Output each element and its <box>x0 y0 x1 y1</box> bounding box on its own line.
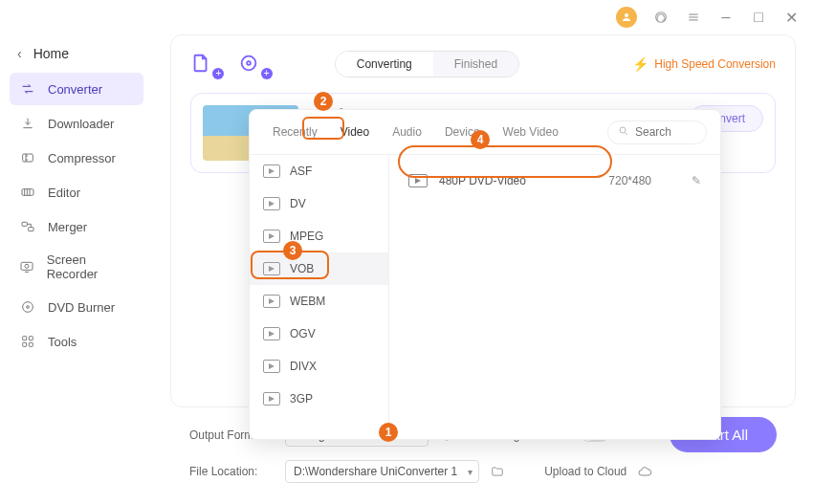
pop-tab-video[interactable]: Video <box>331 120 379 144</box>
pop-tab-webvideo[interactable]: Web Video <box>494 120 568 144</box>
status-tabs: Converting Finished <box>335 51 519 77</box>
cloud-icon[interactable] <box>636 463 653 480</box>
sidebar-item-label: DVD Burner <box>48 300 115 315</box>
screen-recorder-icon <box>19 258 35 275</box>
tab-finished[interactable]: Finished <box>433 52 518 77</box>
panel-toolbar: + ▾ + ▾ Converting Finished ⚡ High Sp <box>190 51 776 77</box>
format-label: ASF <box>290 164 312 178</box>
format-divx[interactable]: DIVX <box>250 350 388 383</box>
merger-icon <box>19 218 36 235</box>
sidebar-item-label: Merger <box>48 220 87 234</box>
user-avatar[interactable] <box>616 7 637 28</box>
pop-tab-recently[interactable]: Recently <box>263 120 327 144</box>
sidebar-item-label: Tools <box>48 335 77 349</box>
format-ogv[interactable]: OGV <box>250 318 388 350</box>
high-speed-toggle[interactable]: ⚡ High Speed Conversion <box>632 56 776 72</box>
format-webm[interactable]: WEBM <box>250 285 388 318</box>
annotation-3: 3 <box>283 241 302 260</box>
sidebar-item-label: Editor <box>48 186 80 200</box>
svg-point-10 <box>25 264 29 268</box>
chevron-left-icon: ‹ <box>17 46 22 61</box>
editor-icon <box>19 184 36 201</box>
add-file-button[interactable]: + ▾ <box>190 53 221 77</box>
file-location-row: File Location: D:\Wondershare UniConvert… <box>189 460 777 483</box>
video-format-icon <box>263 164 280 178</box>
svg-rect-14 <box>29 337 33 340</box>
sidebar-item-label: Downloader <box>48 117 114 131</box>
video-format-icon <box>263 360 280 373</box>
svg-point-18 <box>248 61 252 65</box>
svg-rect-16 <box>29 342 33 346</box>
popover-search[interactable] <box>607 121 707 144</box>
svg-rect-9 <box>21 262 33 270</box>
annotation-4: 4 <box>471 130 490 149</box>
home-label: Home <box>33 46 69 61</box>
format-label: WEBM <box>290 295 325 308</box>
sidebar-item-downloader[interactable]: Downloader <box>10 107 143 140</box>
file-location-select[interactable]: D:\Wondershare UniConverter 1 ▾ <box>285 460 479 483</box>
svg-point-0 <box>625 13 628 17</box>
video-format-icon <box>263 295 280 308</box>
format-label: 3GP <box>290 392 313 405</box>
tab-converting[interactable]: Converting <box>336 52 433 77</box>
svg-rect-7 <box>22 222 27 226</box>
high-speed-label: High Speed Conversion <box>654 57 776 71</box>
edit-preset-icon[interactable]: ✎ <box>692 174 701 187</box>
preset-resolution: 720*480 <box>608 174 651 187</box>
svg-rect-5 <box>23 154 33 162</box>
svg-point-12 <box>27 306 30 309</box>
format-label: DIVX <box>290 360 317 373</box>
bolt-icon: ⚡ <box>632 56 648 72</box>
sidebar-item-screen-recorder[interactable]: Screen Recorder <box>10 245 143 289</box>
sidebar-item-label: Screen Recorder <box>47 252 134 281</box>
sidebar-item-merger[interactable]: Merger <box>10 210 143 243</box>
format-mpeg[interactable]: MPEG <box>250 220 388 252</box>
maximize-button[interactable]: □ <box>750 9 767 26</box>
format-dv[interactable]: DV <box>250 187 388 220</box>
format-vob[interactable]: VOB <box>250 252 388 285</box>
video-format-icon <box>263 392 280 405</box>
video-format-icon <box>263 230 280 243</box>
video-format-icon <box>263 262 280 275</box>
format-asf[interactable]: ASF <box>250 155 388 187</box>
svg-rect-13 <box>23 337 27 340</box>
video-format-icon <box>408 174 428 187</box>
sidebar-item-converter[interactable]: Converter <box>10 73 143 105</box>
support-icon[interactable] <box>652 9 670 26</box>
minimize-button[interactable]: – <box>717 9 735 26</box>
add-disc-button[interactable]: + ▾ <box>238 53 269 77</box>
preset-area: 480P DVD-Video 720*480 ✎ <box>389 155 720 439</box>
format-label: VOB <box>290 262 314 275</box>
sidebar-item-editor[interactable]: Editor <box>10 176 143 208</box>
converter-icon <box>19 80 36 98</box>
video-format-icon <box>263 327 280 340</box>
svg-rect-8 <box>29 228 33 231</box>
file-location-value: D:\Wondershare UniConverter 1 <box>294 465 457 478</box>
search-input[interactable] <box>635 125 692 139</box>
close-button[interactable]: ✕ <box>782 9 800 26</box>
video-format-icon <box>263 197 280 210</box>
sidebar-item-compressor[interactable]: Compressor <box>10 142 143 174</box>
preset-480p-dvd[interactable]: 480P DVD-Video 720*480 ✎ <box>403 166 707 195</box>
format-3gp[interactable]: 3GP <box>250 383 388 415</box>
sidebar: ‹ Home Converter Downloader Compressor E… <box>0 34 153 504</box>
menu-icon[interactable] <box>685 9 702 26</box>
plus-icon: + <box>261 68 273 79</box>
chevron-down-icon: ▾ <box>468 467 472 477</box>
folder-icon[interactable] <box>489 463 506 480</box>
format-list: ASF DV MPEG VOB WEBM OGV DIVX 3GP <box>250 155 389 439</box>
download-icon <box>19 115 36 132</box>
format-label: DV <box>290 197 306 210</box>
sidebar-item-dvd-burner[interactable]: DVD Burner <box>10 291 143 323</box>
annotation-1: 1 <box>379 423 398 442</box>
popover-body: ASF DV MPEG VOB WEBM OGV DIVX 3GP 480P D… <box>250 155 720 439</box>
sidebar-item-label: Compressor <box>48 151 116 165</box>
sidebar-item-label: Converter <box>48 82 102 97</box>
sidebar-item-tools[interactable]: Tools <box>10 325 143 358</box>
svg-rect-15 <box>23 342 27 346</box>
pop-tab-audio[interactable]: Audio <box>383 120 431 144</box>
plus-icon: + <box>212 68 224 79</box>
compressor-icon <box>19 149 36 166</box>
back-home[interactable]: ‹ Home <box>10 40 143 67</box>
upload-label: Upload to Cloud <box>544 465 626 478</box>
